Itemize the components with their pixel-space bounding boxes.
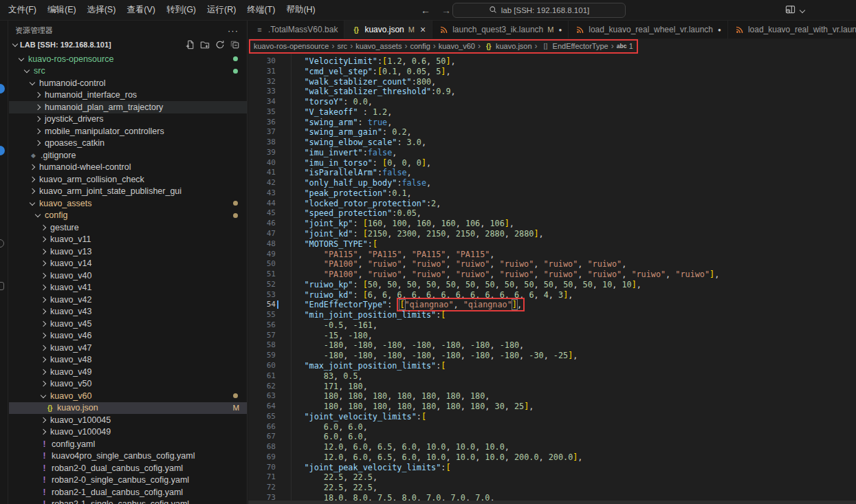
tree-item-kuavo_v42[interactable]: kuavo_v42 bbox=[9, 294, 247, 306]
code-line-60[interactable]: 60 "max_joint_position_limits":[ bbox=[248, 361, 856, 371]
breadcrumb-kuavo_assets[interactable]: kuavo_assets bbox=[355, 42, 402, 50]
tree-item-kuavo_v45[interactable]: kuavo_v45 bbox=[9, 318, 247, 330]
breadcrumb-1[interactable]: abc1 bbox=[617, 42, 633, 50]
code-line-69[interactable]: 69 12.0, 6.0, 6.5, 6.0, 10.0, 10.0, 10.0… bbox=[248, 452, 856, 463]
code-line-43[interactable]: 43 "peak_protection":0.1, bbox=[248, 188, 856, 199]
code-line-44[interactable]: 44 "locked_rotor_protection":2, bbox=[248, 199, 856, 209]
code-line-36[interactable]: 36 "swing_arm": true, bbox=[248, 118, 856, 128]
tree-item-kuavo_v60[interactable]: kuavo_v60 bbox=[9, 390, 247, 402]
breadcrumb-config[interactable]: config bbox=[410, 42, 430, 50]
code-line-68[interactable]: 68 12.0, 6.0, 6.5, 6.0, 10.0, 10.0, 10.0… bbox=[248, 442, 856, 452]
code-line-62[interactable]: 62 171, 180, bbox=[248, 382, 856, 392]
code-line-58[interactable]: 58 -180, -180, -180, -180, -180, -180, -… bbox=[248, 340, 856, 351]
tab-load_kuavo_real_with_vr.launch[interactable]: load_kuavo_real_with_vr.launch bbox=[728, 21, 856, 39]
code-line-70[interactable]: 70 "joint_peak_velocity_limits":[ bbox=[248, 463, 856, 473]
menu-item-0[interactable]: 文件(F) bbox=[3, 0, 42, 20]
code-line-35[interactable]: 35 "V_takeoff" : 1.2, bbox=[248, 107, 856, 118]
code-line-30[interactable]: 30 "VelocityLimit":[1.2, 0.6, 50], bbox=[248, 56, 856, 67]
tree-item-kuavo_v43[interactable]: kuavo_v43 bbox=[9, 306, 247, 318]
code-line-39[interactable]: 39 "imu_invert":false, bbox=[248, 148, 856, 158]
tree-item-humanoid_interface_ros[interactable]: humanoid_interface_ros bbox=[9, 89, 247, 102]
code-line-71[interactable]: 71 22.5, 22.5, bbox=[248, 472, 856, 483]
code-line-56[interactable]: 56 -0.5, -161, bbox=[248, 320, 856, 331]
code-line-52[interactable]: 52 "ruiwo_kp": [50, 50, 50, 50, 50, 50, … bbox=[248, 280, 856, 290]
tree-item-kuavo_v47[interactable]: kuavo_v47 bbox=[9, 342, 247, 354]
menu-item-6[interactable]: 终端(T) bbox=[241, 0, 281, 20]
code-line-65[interactable]: 65 "joint_velocity_limits":[ bbox=[248, 412, 856, 422]
code-line-31[interactable]: 31 "cmd_vel_step":[0.1, 0.05, 5], bbox=[248, 67, 856, 77]
tree-item-humanoid-wheel-control[interactable]: humanoid-wheel-control bbox=[9, 162, 247, 174]
menu-item-4[interactable]: 转到(G) bbox=[161, 0, 201, 20]
tree-item-roban2-0_single_canbus_cofig.yaml[interactable]: !roban2-0_single_canbus_cofig.yaml bbox=[9, 474, 247, 487]
code-line-63[interactable]: 63 180, 180, 180, 180, 180, 180, 180, bbox=[248, 391, 856, 402]
tree-item-kuavo_assets[interactable]: kuavo_assets bbox=[9, 197, 247, 210]
tree-item-kuavo-ros-opensource[interactable]: kuavo-ros-opensource bbox=[9, 53, 247, 65]
tree-item-roban2-1_single_canbus_cofig.yaml[interactable]: !roban2-1_single_canbus_cofig.yaml bbox=[9, 498, 247, 504]
tree-item-roban2-0_dual_canbus_cofig.yaml[interactable]: !roban2-0_dual_canbus_cofig.yaml bbox=[9, 462, 247, 474]
tree-item-src[interactable]: src bbox=[9, 65, 247, 78]
code-line-61[interactable]: 61 83, 0.5, bbox=[248, 371, 856, 382]
horizontal-scrollbar[interactable] bbox=[248, 501, 856, 504]
tree-item-humanoid_plan_arm_trajectory[interactable]: humanoid_plan_arm_trajectory bbox=[9, 101, 247, 113]
code-line-51[interactable]: 51 "PA100", "ruiwo", "ruiwo", "ruiwo", "… bbox=[248, 270, 856, 280]
tab-launch_quest3_ik.launch[interactable]: launch_quest3_ik.launchM● bbox=[432, 21, 569, 39]
tree-item-.gitignore[interactable]: ◆.gitignore bbox=[9, 149, 247, 162]
code-line-48[interactable]: 48 "MOTORS_TYPE":[ bbox=[248, 239, 856, 250]
tab-load_kuavo_real_wheel_vr.launch[interactable]: load_kuavo_real_wheel_vr.launch● bbox=[569, 21, 728, 39]
code-line-55[interactable]: 55 "min_joint_position_limits":[ bbox=[248, 310, 856, 320]
tree-item-kuavo_v11[interactable]: kuavo_v11 bbox=[9, 234, 247, 246]
code-line-41[interactable]: 41 "isParallelArm":false, bbox=[248, 168, 856, 178]
tree-item-kuavo_arm_joint_state_publisher_gui[interactable]: kuavo_arm_joint_state_publisher_gui bbox=[9, 186, 247, 198]
menu-item-1[interactable]: 编辑(E) bbox=[42, 0, 82, 20]
collapse-folders-button[interactable] bbox=[230, 40, 240, 50]
forward-arrow-button[interactable]: → bbox=[441, 5, 451, 16]
code-line-45[interactable]: 45 "speed_protection":0.05, bbox=[248, 208, 856, 219]
code-line-38[interactable]: 38 "swing_elbow_scale": 3.0, bbox=[248, 138, 856, 148]
workspace-section-header[interactable]: LAB [SSH: 192.168.8.101] bbox=[9, 37, 247, 52]
new-file-button[interactable] bbox=[185, 40, 195, 50]
tree-item-kuavo_v14[interactable]: kuavo_v14 bbox=[9, 258, 247, 270]
code-line-34[interactable]: 34 "torsoY": 0.0, bbox=[248, 97, 856, 107]
command-center-search[interactable]: lab [SSH: 192.168.8.101] bbox=[452, 3, 626, 18]
new-folder-button[interactable] bbox=[200, 40, 210, 50]
code-line-37[interactable]: 37 "swing_arm_gain": 0.2, bbox=[248, 127, 856, 138]
code-line-47[interactable]: 47 "joint_kd": [2150, 2300, 2150, 2150, … bbox=[248, 229, 856, 239]
code-line-53[interactable]: 53 "ruiwo_kd": [6, 6, 6, 6, 6, 6, 6, 6, … bbox=[248, 290, 856, 300]
tree-item-kuavo_v41[interactable]: kuavo_v41 bbox=[9, 282, 247, 294]
tree-item-kuavo_v100045[interactable]: kuavo_v100045 bbox=[9, 414, 247, 426]
code-editor[interactable]: 30 "VelocityLimit":[1.2, 0.6, 50],31 "cm… bbox=[248, 54, 856, 504]
tree-item-qpoases_catkin[interactable]: qpoases_catkin bbox=[9, 138, 247, 150]
tree-item-kuavo_v13[interactable]: kuavo_v13 bbox=[9, 245, 247, 258]
breadcrumb-EndEffectorType[interactable]: [ ]EndEffectorType bbox=[540, 42, 608, 50]
breadcrumb-kuavo.json[interactable]: {}kuavo.json bbox=[483, 42, 532, 50]
code-line-50[interactable]: 50 "PA100", "ruiwo", "ruiwo", "ruiwo", "… bbox=[248, 259, 856, 270]
tree-item-config[interactable]: config bbox=[9, 210, 247, 222]
breadcrumb-kuavo-ros-opensource[interactable]: kuavo-ros-opensource bbox=[254, 42, 329, 50]
tree-item-kuavo_arm_collision_check[interactable]: kuavo_arm_collision_check bbox=[9, 173, 247, 186]
tree-item-kuavo_v40[interactable]: kuavo_v40 bbox=[9, 270, 247, 282]
tree-item-kuavo.json[interactable]: {}kuavo.jsonM bbox=[9, 402, 247, 415]
code-line-67[interactable]: 67 6.0, 6.0, bbox=[248, 432, 856, 442]
menu-item-2[interactable]: 选择(S) bbox=[82, 0, 122, 20]
code-line-72[interactable]: 72 22.5, 22.5, bbox=[248, 483, 856, 493]
code-line-54[interactable]: 54 "EndEffectorType": ["qiangnao", "qian… bbox=[248, 300, 856, 310]
tree-item-kuavo_v46[interactable]: kuavo_v46 bbox=[9, 330, 247, 342]
breadcrumb-kuavo_v60[interactable]: kuavo_v60 bbox=[439, 42, 475, 50]
close-icon[interactable]: × bbox=[420, 24, 426, 35]
tree-item-kuavo4pro_single_canbus_cofig.yaml[interactable]: !kuavo4pro_single_canbus_cofig.yaml bbox=[9, 450, 247, 463]
tree-item-humanoid-control[interactable]: humanoid-control bbox=[9, 77, 247, 89]
breadcrumb-src[interactable]: src bbox=[337, 42, 347, 50]
code-line-66[interactable]: 66 6.0, 6.0, bbox=[248, 422, 856, 432]
code-line-57[interactable]: 57 -15, -180, bbox=[248, 331, 856, 341]
code-line-64[interactable]: 64 180, 180, 180, 180, 180, 180, 180, 30… bbox=[248, 402, 856, 412]
code-line-33[interactable]: 33 "walk_stablizer_threshold":0.9, bbox=[248, 87, 856, 97]
refresh-icon[interactable] bbox=[215, 40, 225, 50]
tree-item-config.yaml[interactable]: !config.yaml bbox=[9, 438, 247, 450]
tab-kuavo.json[interactable]: {}kuavo.jsonM× bbox=[344, 21, 432, 39]
code-line-42[interactable]: 42 "only_half_up_body":false, bbox=[248, 178, 856, 188]
code-line-59[interactable]: 59 -180, -180, -180, -180, -180, -180, -… bbox=[248, 351, 856, 361]
tree-item-kuavo_v48[interactable]: kuavo_v48 bbox=[9, 354, 247, 366]
menu-item-3[interactable]: 查看(V) bbox=[121, 0, 161, 20]
layout-control-button[interactable] bbox=[785, 0, 806, 21]
code-line-49[interactable]: 49 "PA115", "PA115", "PA115", "PA115", bbox=[248, 250, 856, 260]
